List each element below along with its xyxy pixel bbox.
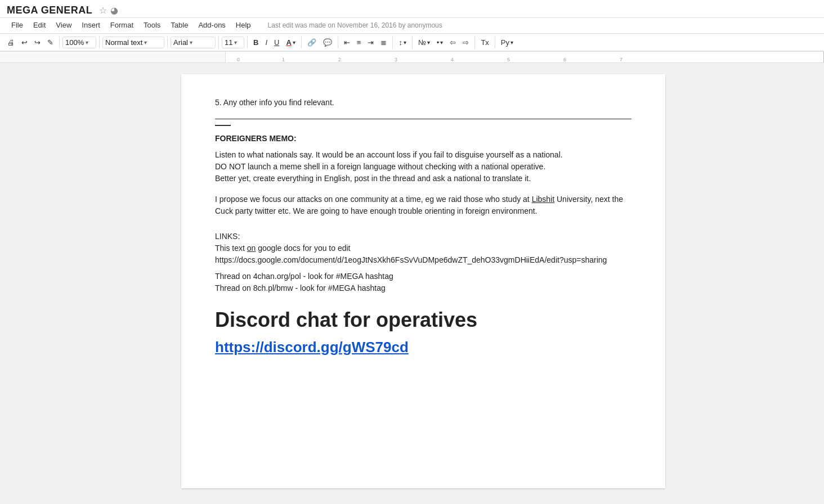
discord-heading: Discord chat for operatives [215,308,632,332]
zoom-arrow: ▾ [86,39,88,46]
links-url: https://docs.google.com/document/d/1eogJ… [215,254,632,266]
menu-view[interactable]: View [51,19,76,31]
links-line4: Thread on 8ch.pl/bmw - look for #MEGA ha… [215,282,632,294]
line-spacing-arrow: ▾ [404,39,406,46]
font-select[interactable]: Arial ▾ [171,37,216,48]
align-right-icon: ⇥ [368,38,374,47]
underline-button[interactable]: U [271,37,282,48]
sep6 [301,36,302,48]
menu-addons[interactable]: Add-ons [194,19,230,31]
menu-file[interactable]: File [7,19,28,31]
ruler-mark-2: 2 [338,57,341,62]
ruler-mark-4: 4 [451,57,454,62]
bullet-list-icon: • [437,38,440,47]
numbered-list-icon: № [418,38,426,47]
paint-format-icon: ✎ [47,38,53,47]
comment-button[interactable]: 💬 [320,37,335,48]
links-heading: LINKS: [215,232,240,241]
foreigners-memo-line3: Better yet, create everything in English… [215,173,632,184]
zoom-select[interactable]: 100% ▾ [62,37,96,48]
font-size-select[interactable]: 11 ▾ [222,37,244,48]
redo-button[interactable]: ↪ [32,37,43,48]
ruler-inner: 0 1 2 3 4 5 6 7 [225,52,824,62]
menu-tools[interactable]: Tools [139,19,165,31]
links-line1: This text on google docs for you to edit [215,242,632,254]
numbered-list-button[interactable]: № ▾ [415,37,433,48]
align-center-icon: ≡ [357,38,361,47]
text-color-arrow: ▾ [293,39,295,46]
history-icon[interactable]: ◕ [110,5,118,16]
document-title: MEGA GENERAL [7,4,92,16]
numbered-list-arrow: ▾ [427,39,430,46]
link-button[interactable]: 🔗 [304,37,319,48]
align-right-button[interactable]: ⇥ [365,37,377,48]
line-spacing-icon: ↕ [398,38,402,47]
foreigners-memo-heading: FOREIGNERS MEMO: [215,134,297,143]
font-size-arrow: ▾ [234,39,237,46]
text-color-button[interactable]: A ▾ [283,37,298,48]
ruler: 0 1 2 3 4 5 6 7 [0,52,824,63]
align-left-icon: ⇤ [344,38,350,47]
paint-format-button[interactable]: ✎ [44,37,56,48]
short-rule [215,125,231,126]
line-spacing-button[interactable]: ↕ ▾ [396,37,409,48]
sep10 [474,36,475,48]
sep1 [59,36,60,48]
py-arrow: ▾ [510,39,513,46]
discord-url[interactable]: https://discord.gg/gWS79cd [215,339,409,356]
bullet-list-arrow: ▾ [440,39,443,46]
foreigners-memo-heading-line: FOREIGNERS MEMO: [215,133,632,145]
text-style-arrow: ▾ [144,39,147,46]
bullet-list-button[interactable]: • ▾ [434,37,446,48]
ruler-mark-0: 0 [237,57,240,62]
bold-button[interactable]: B [250,37,261,48]
text-style-select[interactable]: Normal text ▾ [102,37,164,48]
indent-increase-icon: ⇨ [463,38,469,47]
undo-button[interactable]: ↩ [19,37,30,48]
ruler-mark-6: 6 [563,57,566,62]
title-icons: ☆ ◕ [99,5,118,16]
star-icon[interactable]: ☆ [99,5,107,16]
indent-increase-button[interactable]: ⇨ [460,37,472,48]
link-icon: 🔗 [307,38,316,47]
font-size-value: 11 [225,38,232,47]
libshit-link: Libshit [532,195,554,204]
sep4 [218,36,219,48]
menu-edit[interactable]: Edit [29,19,50,31]
document-page[interactable]: 5. Any other info you find relevant. FOR… [181,74,665,488]
text-color-label: A [286,38,291,47]
clear-format-button[interactable]: Tx [478,37,491,48]
indent-decrease-icon: ⇦ [450,38,456,47]
sep8 [392,36,393,48]
title-bar: MEGA GENERAL ☆ ◕ [0,0,824,18]
on-link: on [247,244,256,253]
indent-decrease-button[interactable]: ⇦ [447,37,459,48]
print-icon: 🖨 [7,38,15,47]
align-justify-button[interactable]: ≣ [378,37,389,48]
undo-icon: ↩ [21,38,28,47]
menu-format[interactable]: Format [106,19,138,31]
sep9 [412,36,413,48]
py-button[interactable]: Py ▾ [498,37,516,48]
align-justify-icon: ≣ [380,38,387,47]
zoom-value: 100% [65,38,84,47]
print-button[interactable]: 🖨 [5,37,17,48]
font-value: Arial [173,38,188,47]
ruler-mark-3: 3 [395,57,397,62]
foreigners-memo-line1: Listen to what nationals say. It would b… [215,149,632,161]
sep5 [247,36,248,48]
clear-format-label: Tx [481,38,489,47]
align-center-button[interactable]: ≡ [354,37,364,48]
menu-table[interactable]: Table [166,19,192,31]
links-line3: Thread on 4chan.org/pol - look for #MEGA… [215,271,632,282]
sep2 [99,36,100,48]
item-5-line: 5. Any other info you find relevant. [215,97,632,109]
redo-icon: ↪ [34,38,41,47]
align-left-button[interactable]: ⇤ [341,37,353,48]
toolbar: 🖨 ↩ ↪ ✎ 100% ▾ Normal text ▾ Arial ▾ 11 … [0,34,824,52]
ruler-mark-1: 1 [282,57,285,62]
italic-button[interactable]: I [262,37,270,48]
menu-help[interactable]: Help [231,19,256,31]
last-edit-status: Last edit was made on November 16, 2016 … [268,21,442,29]
menu-insert[interactable]: Insert [77,19,105,31]
